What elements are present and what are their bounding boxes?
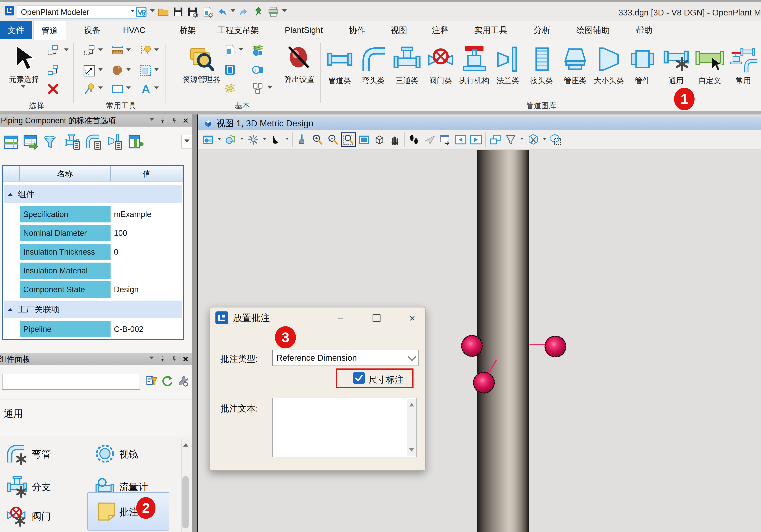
connect-point-sphere[interactable]	[545, 336, 566, 357]
collapse-arrow-icon[interactable]	[8, 305, 13, 311]
tab-supports[interactable]: 工程支吊架	[213, 21, 263, 39]
tab-help[interactable]: 帮助	[629, 21, 658, 39]
print-icon[interactable]	[267, 6, 279, 18]
table-row[interactable]: Insulation Material	[20, 263, 183, 279]
chevron-down-icon[interactable]	[240, 138, 244, 142]
measure-distance-icon[interactable]	[111, 44, 124, 58]
gallery-item-fittings[interactable]: 管件	[625, 43, 659, 86]
element-info-icon[interactable]	[251, 63, 264, 77]
zoom-window-icon-selected[interactable]	[342, 134, 355, 146]
fit-view-icon[interactable]	[358, 134, 370, 146]
new-file-icon[interactable]	[223, 44, 237, 57]
save-settings-icon[interactable]	[187, 6, 199, 18]
pan-view-hand-icon[interactable]	[389, 134, 401, 146]
zoom-in-icon[interactable]	[312, 134, 324, 146]
gallery-item-custom[interactable]: 自定义	[693, 43, 727, 86]
table-row[interactable]: Specification mExample	[20, 206, 183, 223]
popup-settings-icon[interactable]	[286, 45, 311, 70]
pin-panel-icon[interactable]	[171, 355, 177, 363]
tab-utilities[interactable]: 实用工具	[467, 21, 515, 39]
delete-element-icon[interactable]	[46, 82, 60, 96]
standard-preferences-table-icon[interactable]	[3, 134, 19, 150]
clip-volume-icon[interactable]	[504, 134, 517, 146]
chevron-down-icon[interactable]	[126, 48, 131, 53]
chevron-down-icon[interactable]	[217, 138, 221, 142]
levels-icon[interactable]	[223, 81, 237, 95]
update-view-brush-icon[interactable]	[296, 134, 308, 146]
component-list-scrollbar[interactable]	[181, 439, 190, 532]
clip-element-icon[interactable]	[550, 134, 562, 146]
chevron-down-icon[interactable]	[150, 9, 155, 15]
tab-equipment[interactable]: 设备	[77, 21, 108, 39]
fence-copy-icon[interactable]	[46, 64, 60, 77]
connect-point-sphere[interactable]	[461, 335, 483, 357]
gallery-item-elbows[interactable]: 弯头类	[357, 43, 390, 86]
element-selection-label[interactable]: 元素选择	[6, 74, 42, 84]
gallery-item-reducers[interactable]: 大小头类	[592, 43, 625, 86]
filter-icon[interactable]	[42, 134, 57, 150]
pipe-3d-model[interactable]	[477, 150, 529, 532]
fence-place-icon[interactable]	[83, 44, 96, 58]
chevron-down-icon[interactable]	[98, 86, 103, 91]
scroll-up-icon[interactable]	[183, 441, 188, 447]
refresh-button[interactable]	[160, 373, 175, 389]
restore-view-icon[interactable]	[439, 134, 451, 146]
component-list-elbow-icon[interactable]	[85, 134, 103, 150]
tab-view[interactable]: 视图	[384, 21, 413, 39]
spotlight-icon[interactable]	[83, 82, 96, 96]
gallery-item-pipe-supports[interactable]: 管座类	[558, 43, 592, 86]
file-settings-icon[interactable]	[202, 6, 213, 18]
connect-point-sphere[interactable]	[473, 372, 495, 394]
element-selection-chevron-icon[interactable]	[21, 85, 26, 90]
chevron-down-icon[interactable]	[520, 138, 524, 142]
hatch-area-icon[interactable]	[139, 64, 152, 77]
component-filter-button[interactable]	[145, 373, 159, 389]
gallery-item-generic[interactable]: 通用	[659, 43, 693, 86]
component-list-tee-icon[interactable]	[64, 134, 82, 150]
group-row-plant-association[interactable]: 工厂关联项	[4, 300, 182, 318]
view-attributes-icon[interactable]	[202, 134, 214, 146]
element-selection-icon[interactable]	[13, 45, 40, 72]
adjust-brightness-icon[interactable]	[247, 134, 259, 146]
gallery-item-valves[interactable]: 阀门类	[424, 43, 457, 86]
zoom-out-icon[interactable]	[327, 134, 339, 146]
pin-panel-icon[interactable]	[171, 116, 177, 125]
gallery-item-actuators[interactable]: 执行机构	[457, 43, 491, 86]
tab-hvac[interactable]: HVAC	[117, 21, 151, 39]
fence-tool-icon[interactable]	[46, 44, 60, 58]
chevron-down-icon[interactable]	[126, 86, 131, 91]
auto-hide-pin-icon[interactable]	[159, 355, 166, 363]
scroll-up-icon[interactable]	[409, 400, 414, 406]
close-panel-icon[interactable]: ×	[183, 116, 188, 125]
chevron-down-icon[interactable]	[98, 68, 103, 73]
resource-explorer-icon[interactable]	[188, 45, 215, 72]
panel-overflow-button[interactable]	[181, 135, 192, 148]
scroll-down-icon[interactable]	[409, 448, 414, 454]
export-table-icon[interactable]	[23, 134, 39, 150]
dialog-minimize-button[interactable]: –	[335, 312, 346, 324]
v8-format-icon[interactable]	[136, 6, 147, 18]
fly-icon[interactable]	[424, 134, 436, 146]
scrollbar-thumb[interactable]	[182, 476, 189, 528]
dimension-checkbox-label[interactable]: 尺寸标注	[368, 374, 403, 386]
component-item-annotation-selected[interactable]: 批注	[88, 492, 169, 531]
auto-hide-pin-icon[interactable]	[159, 116, 166, 125]
chevron-down-icon[interactable]	[98, 48, 103, 53]
open-folder-icon[interactable]	[157, 6, 169, 18]
add-table-row-icon[interactable]	[127, 134, 145, 150]
copy-view-icon[interactable]	[489, 134, 501, 146]
color-palette-icon[interactable]	[111, 64, 124, 77]
components-panel-header[interactable]: 组件面板 ×	[0, 353, 192, 365]
view-next-icon[interactable]	[470, 134, 482, 146]
chevron-down-icon[interactable]	[285, 138, 289, 142]
panel-menu-chevron-icon[interactable]	[149, 118, 154, 123]
close-panel-icon[interactable]: ×	[183, 355, 188, 363]
undo-history-chevron-icon[interactable]	[231, 9, 235, 15]
column-header-value[interactable]: 值	[110, 166, 183, 182]
dialog-close-button[interactable]: ×	[407, 312, 418, 324]
group-row-component[interactable]: 组件	[4, 185, 182, 203]
pin-icon[interactable]	[253, 6, 264, 18]
tab-cable-tray[interactable]: 桥架	[171, 21, 205, 39]
popup-settings-label[interactable]: 弹出设置	[275, 74, 323, 84]
table-row[interactable]: Pipeline C-B-002	[20, 321, 183, 337]
